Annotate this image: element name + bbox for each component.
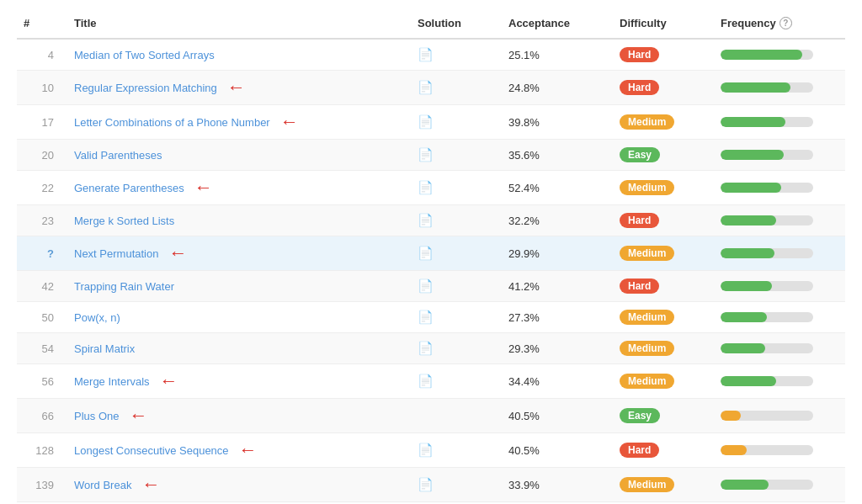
difficulty-badge: Hard: [620, 443, 659, 458]
frequency-bar: [721, 117, 785, 127]
arrow-icon: ←: [227, 78, 246, 97]
row-title-cell: Plus One←: [67, 399, 411, 433]
frequency-bar: [721, 480, 769, 490]
arrow-icon: ←: [194, 178, 213, 197]
header-title: Title: [67, 8, 411, 39]
row-solution-cell: 📄: [411, 333, 502, 364]
frequency-bar: [721, 376, 776, 386]
problem-title-link[interactable]: Trapping Rain Water: [74, 280, 174, 293]
problem-title-link[interactable]: Merge k Sorted Lists: [74, 215, 174, 227]
solution-doc-icon[interactable]: 📄: [418, 147, 434, 162]
difficulty-badge: Medium: [620, 341, 674, 356]
difficulty-badge: Easy: [620, 147, 660, 162]
row-acceptance: 40.5%: [502, 399, 613, 433]
table-row: 23Merge k Sorted Lists📄32.2%Hard: [17, 205, 845, 236]
frequency-bar: [721, 312, 767, 322]
row-acceptance: 25.1%: [502, 39, 613, 71]
solution-doc-icon[interactable]: 📄: [418, 47, 434, 61]
table-row: 42Trapping Rain Water📄41.2%Hard: [17, 271, 845, 302]
row-difficulty: Medium: [613, 302, 714, 333]
row-frequency: [714, 271, 845, 302]
row-solution-cell: 📄: [411, 105, 502, 140]
problem-title-link[interactable]: Median of Two Sorted Arrays: [74, 49, 215, 61]
row-difficulty: Medium: [613, 105, 714, 140]
solution-doc-icon[interactable]: 📄: [418, 279, 434, 293]
problem-title-link[interactable]: Longest Consecutive Sequence: [74, 444, 229, 457]
problem-title-link[interactable]: Word Break: [74, 479, 131, 491]
row-frequency: [714, 171, 845, 205]
row-difficulty: Easy: [613, 140, 714, 171]
row-difficulty: Easy: [613, 399, 714, 433]
header-solution: Solution: [411, 8, 502, 39]
row-number: 54: [17, 333, 67, 364]
solution-doc-icon[interactable]: 📄: [418, 246, 434, 260]
table-row: 17Letter Combinations of a Phone Number←…: [17, 105, 845, 140]
problem-title-link[interactable]: Spiral Matrix: [74, 342, 135, 355]
frequency-bar: [721, 50, 802, 60]
row-title-cell: Next Permutation←: [67, 236, 411, 271]
solution-doc-icon[interactable]: 📄: [418, 374, 434, 388]
row-number: 23: [17, 205, 67, 236]
row-title-cell: Merge k Sorted Lists: [67, 205, 411, 236]
row-title-cell: Regular Expression Matching←: [67, 71, 411, 105]
arrow-icon: ←: [160, 372, 178, 390]
problem-title-link[interactable]: Regular Expression Matching: [74, 82, 217, 94]
row-number: 50: [17, 302, 67, 333]
solution-doc-icon[interactable]: 📄: [418, 114, 434, 129]
row-acceptance: 27.3%: [502, 302, 613, 333]
frequency-bar-container: [721, 281, 813, 291]
problem-title-link[interactable]: Pow(x, n): [74, 311, 120, 324]
frequency-bar: [721, 248, 774, 258]
row-acceptance: 34.4%: [502, 364, 613, 399]
row-number: 66: [17, 399, 67, 433]
row-difficulty: Medium: [613, 236, 714, 271]
row-frequency: [714, 205, 845, 236]
arrow-icon: ←: [141, 475, 160, 494]
difficulty-badge: Medium: [620, 180, 674, 195]
frequency-bar-container: [721, 117, 813, 127]
row-difficulty: Hard: [613, 271, 714, 302]
row-difficulty: Hard: [613, 205, 714, 236]
row-solution-cell: 📄: [411, 140, 502, 171]
frequency-help-icon[interactable]: ?: [780, 17, 792, 29]
table-row: 139Word Break←📄33.9%Medium: [17, 468, 845, 502]
row-solution-cell: 📄: [411, 433, 502, 468]
table-row: ?Next Permutation←📄29.9%Medium: [17, 236, 845, 271]
row-difficulty: Medium: [613, 364, 714, 399]
table-row: 66Plus One←40.5%Easy: [17, 399, 845, 433]
row-frequency: [714, 39, 845, 71]
row-number: 22: [17, 171, 67, 205]
problem-title-link[interactable]: Generate Parentheses: [74, 182, 184, 194]
solution-doc-icon[interactable]: 📄: [418, 443, 434, 457]
frequency-bar-container: [721, 376, 813, 386]
problem-title-link[interactable]: Plus One: [74, 410, 119, 422]
solution-doc-icon[interactable]: 📄: [418, 80, 434, 94]
row-frequency: [714, 433, 845, 468]
row-number: 128: [17, 433, 67, 468]
row-frequency: [714, 71, 845, 105]
row-solution-cell: 📄: [411, 171, 502, 205]
solution-doc-icon[interactable]: 📄: [418, 180, 434, 194]
row-acceptance: 39.8%: [502, 105, 613, 140]
problem-title-link[interactable]: Next Permutation: [74, 247, 158, 260]
frequency-bar: [721, 281, 772, 291]
row-frequency: [714, 105, 845, 140]
solution-doc-icon[interactable]: 📄: [418, 213, 434, 227]
table-row: 56Merge Intervals←📄34.4%Medium: [17, 364, 845, 399]
row-number: 4: [17, 39, 67, 71]
row-frequency: [714, 364, 845, 399]
header-num: #: [17, 8, 67, 39]
problem-title-link[interactable]: Merge Intervals: [74, 375, 150, 388]
problem-title-link[interactable]: Letter Combinations of a Phone Number: [74, 116, 270, 129]
row-acceptance: 40.5%: [502, 433, 613, 468]
row-acceptance: 32.2%: [502, 205, 613, 236]
table-row: 128Longest Consecutive Sequence←📄40.5%Ha…: [17, 433, 845, 468]
row-solution-cell: 📄: [411, 39, 502, 71]
solution-doc-icon[interactable]: 📄: [418, 341, 434, 355]
problem-title-link[interactable]: Valid Parentheses: [74, 149, 162, 162]
row-title-cell: Trapping Rain Water: [67, 271, 411, 302]
solution-doc-icon[interactable]: 📄: [418, 477, 434, 491]
table-row: 20Valid Parentheses📄35.6%Easy: [17, 140, 845, 171]
solution-doc-icon[interactable]: 📄: [418, 310, 434, 324]
row-title-cell: Median of Two Sorted Arrays: [67, 39, 411, 71]
